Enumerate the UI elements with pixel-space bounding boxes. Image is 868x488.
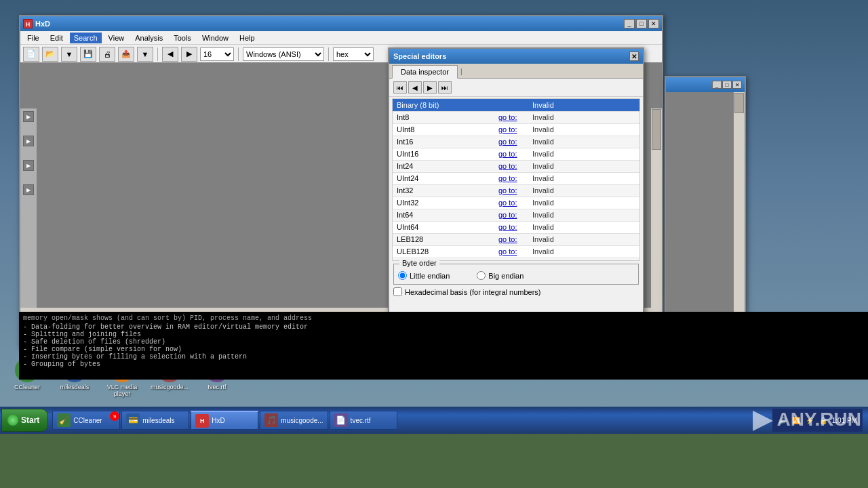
second-window-content (666, 92, 745, 332)
row-goto-link[interactable]: go to: (494, 233, 528, 245)
dialog-nav: ⏮ ◀ ▶ ⏭ (389, 79, 643, 97)
toolbar-open[interactable]: 📂 (42, 47, 58, 62)
start-label: Start (21, 415, 39, 425)
table-row: Int8 go to: Invalid (393, 111, 639, 123)
side-icon-3[interactable]: ▶ (23, 160, 34, 171)
side-icon-1[interactable]: ▶ (23, 111, 34, 122)
ccleaner-badge: 9 (110, 411, 119, 421)
row-goto-link[interactable] (494, 258, 528, 261)
big-endian-label: Big endian (488, 272, 524, 280)
ccleaner-label: CCleaner (14, 384, 40, 390)
second-scrollbar[interactable] (734, 92, 745, 332)
toolbar-format[interactable]: hex (333, 47, 374, 61)
hex-basis-checkbox[interactable] (393, 287, 402, 296)
toolbar-export2[interactable]: ▼ (137, 47, 153, 62)
toolbar-print[interactable]: 🖨 (99, 47, 115, 62)
second-maximize[interactable]: □ (722, 81, 732, 89)
menu-analysis[interactable]: Analysis (131, 33, 167, 43)
byte-order-section: Byte order Little endian Big endian (393, 264, 639, 285)
maximize-button[interactable]: □ (636, 19, 647, 28)
toolbar-export[interactable]: 📤 (118, 47, 134, 62)
row-goto-link[interactable]: go to: (494, 172, 528, 184)
row-value: Invalid (528, 258, 639, 261)
row-value: Invalid (528, 160, 639, 172)
toolbar-zoom[interactable]: 16 (200, 47, 234, 61)
second-window-controls: _ □ ✕ (712, 81, 742, 89)
anyrun-text: ANY.RUN (777, 409, 861, 430)
toolbar-new[interactable]: 📄 (23, 47, 39, 62)
row-value: Invalid (528, 209, 639, 221)
menu-file[interactable]: File (23, 33, 43, 43)
row-goto-link[interactable]: go to: (494, 160, 528, 172)
nav-last-button[interactable]: ⏭ (438, 81, 452, 94)
toolbar-save[interactable]: 💾 (80, 47, 96, 62)
taskbar-milesdeals[interactable]: 💳 milesdeals (121, 411, 189, 430)
row-value: Invalid (528, 99, 639, 111)
side-icon-2[interactable]: ▶ (23, 136, 34, 146)
menu-window[interactable]: Window (198, 33, 233, 43)
table-row: UInt16 go to: Invalid (393, 148, 639, 160)
side-icon-4[interactable]: ▶ (23, 184, 34, 195)
second-minimize[interactable]: _ (712, 81, 722, 89)
menu-help[interactable]: Help (235, 33, 259, 43)
nav-prev-button[interactable]: ◀ (408, 81, 422, 94)
row-goto-link[interactable]: go to: (494, 136, 528, 148)
taskbar-musicgooder-icon: 🎵 (264, 413, 278, 427)
terminal-line-6: - Inserting bytes or filling a selection… (23, 353, 864, 361)
toolbar-encoding[interactable]: Windows (ANSI) (243, 47, 324, 61)
second-window: _ □ ✕ (665, 76, 746, 333)
row-goto-link[interactable]: go to: (494, 245, 528, 258)
taskbar-tvec[interactable]: 📄 tvec.rtf (330, 411, 397, 430)
second-close[interactable]: ✕ (732, 81, 742, 89)
menu-tools[interactable]: Tools (170, 33, 195, 43)
table-row: Int64 go to: Invalid (393, 209, 639, 221)
menu-view[interactable]: View (104, 33, 129, 43)
dialog-close-button[interactable]: ✕ (629, 52, 639, 61)
row-goto-link[interactable]: go to: (494, 197, 528, 209)
second-window-titlebar: _ □ ✕ (666, 77, 745, 92)
little-endian-radio[interactable] (398, 271, 407, 280)
table-row: UInt24 go to: Invalid (393, 172, 639, 184)
taskbar-hxd-icon: H (195, 414, 209, 428)
table-row: Int32 go to: Invalid (393, 184, 639, 197)
minimize-button[interactable]: _ (624, 19, 635, 28)
taskbar-musicgooder[interactable]: 🎵 musicgoode... (260, 411, 328, 430)
hxd-vscrollbar[interactable] (651, 108, 662, 319)
little-endian-option[interactable]: Little endian (398, 271, 450, 280)
anyrun-logo: ▶ (753, 405, 772, 434)
toolbar-right[interactable]: ▶ (181, 47, 197, 62)
menu-edit[interactable]: Edit (46, 33, 67, 43)
start-button[interactable]: Start (1, 409, 48, 432)
row-type: ULEB128 (393, 245, 494, 258)
terminal-line-1: memory open/mask shows (and can sort by)… (23, 314, 864, 322)
row-value: Invalid (528, 184, 639, 197)
row-value: Invalid (528, 172, 639, 184)
close-button[interactable]: ✕ (648, 19, 659, 28)
big-endian-option[interactable]: Big endian (477, 271, 524, 280)
toolbar-left[interactable]: ◀ (162, 47, 178, 62)
row-value: Invalid (528, 197, 639, 209)
row-type: Int64 (393, 209, 494, 221)
terminal-line-5: - File compare (simple version for now) (23, 346, 864, 353)
taskbar-ccleaner[interactable]: 🧹 CCleaner 9 (52, 411, 120, 430)
row-goto-link[interactable]: go to: (494, 111, 528, 123)
nav-next-button[interactable]: ▶ (423, 81, 437, 94)
row-goto-link[interactable]: go to: (494, 123, 528, 136)
row-type: UInt32 (393, 197, 494, 209)
big-endian-radio[interactable] (477, 271, 486, 280)
nav-first-button[interactable]: ⏮ (393, 81, 407, 94)
byte-order-legend: Byte order (399, 259, 439, 267)
menu-search[interactable]: Search (70, 33, 102, 43)
row-goto-link[interactable]: go to: (494, 209, 528, 221)
taskbar-milesdeals-icon: 💳 (126, 413, 140, 427)
taskbar-hxd[interactable]: H HxD (191, 411, 258, 430)
row-goto-link[interactable]: go to: (494, 184, 528, 197)
toolbar-dropdown[interactable]: ▼ (61, 47, 77, 62)
row-value: Invalid (528, 233, 639, 245)
vlc-label: VLC mediaplayer (107, 384, 138, 397)
row-goto-link[interactable]: go to: (494, 148, 528, 160)
tab-data-inspector[interactable]: Data inspector (392, 65, 458, 79)
terminal-line-2: - Data-folding for better overview in RA… (23, 323, 864, 331)
row-goto-link[interactable]: go to: (494, 221, 528, 233)
toolbar-sep1 (157, 47, 158, 61)
